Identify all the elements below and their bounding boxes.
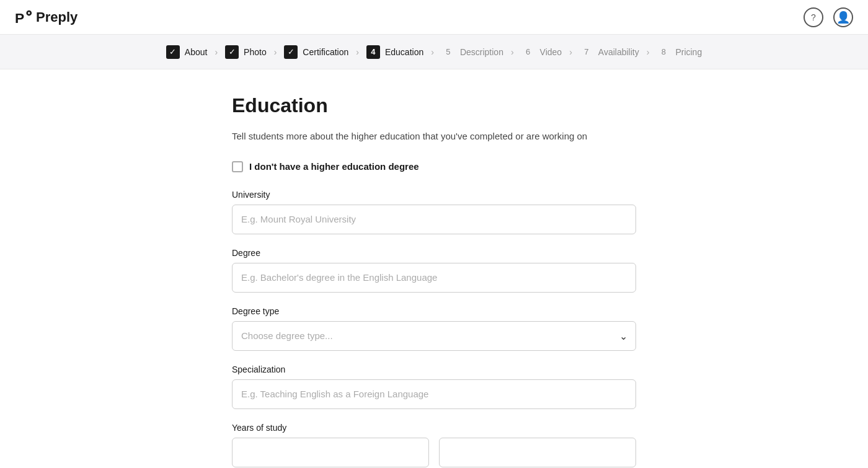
progress-nav: ✓ About › ✓ Photo › ✓ Certification › 4 … [0,35,868,69]
logo[interactable]: P Preply [15,9,78,26]
specialization-label: Specialization [232,364,636,374]
svg-text:P: P [15,9,24,25]
degree-type-group: Degree type Choose degree type... Bachel… [232,306,636,351]
years-end-group [439,438,636,467]
user-account-button[interactable]: 👤 [833,7,853,27]
degree-type-select-wrapper: Choose degree type... Bachelor's Master'… [232,321,636,351]
arrow-4: › [431,47,434,57]
step-label-pricing: Pricing [675,47,702,57]
arrow-2: › [274,47,277,57]
years-of-study-group: Years of study [232,423,636,469]
page-title: Education [232,94,636,117]
years-row [232,438,636,469]
university-input[interactable] [232,205,636,234]
degree-input[interactable] [232,263,636,293]
specialization-input[interactable] [232,379,636,409]
step-education[interactable]: 4 Education [360,45,430,59]
years-start-group [232,438,429,467]
no-degree-row: I don't have a higher education degree [232,161,636,172]
top-header: P Preply ? 👤 [0,0,868,35]
step-label-education: Education [385,47,423,57]
degree-label: Degree [232,248,636,258]
arrow-1: › [215,47,218,57]
step-pricing[interactable]: 8 Pricing [650,45,708,59]
step-num-video: 6 [521,45,535,59]
years-start-input[interactable] [232,438,429,467]
arrow-7: › [647,47,650,57]
no-degree-label: I don't have a higher education degree [249,161,419,172]
university-group: University [232,190,636,234]
arrow-3: › [356,47,359,57]
step-label-video: Video [540,47,562,57]
university-label: University [232,190,636,200]
step-video[interactable]: 6 Video [515,45,569,59]
step-num-education: 4 [366,45,380,59]
step-check-about: ✓ [166,45,180,59]
years-of-study-label: Years of study [232,423,636,433]
step-about[interactable]: ✓ About [160,45,214,59]
step-description[interactable]: 5 Description [435,45,510,59]
step-label-description: Description [460,47,503,57]
step-num-pricing: 8 [657,45,670,59]
step-check-certification: ✓ [284,45,298,59]
step-label-about: About [185,47,208,57]
step-num-description: 5 [441,45,455,59]
step-certification[interactable]: ✓ Certification [278,45,355,59]
page-description: Tell students more about the higher educ… [232,130,636,144]
header-icons: ? 👤 [804,7,853,27]
step-label-availability: Availability [598,47,639,57]
main-content: Education Tell students more about the h… [217,94,651,468]
step-label-certification: Certification [303,47,348,57]
specialization-group: Specialization [232,364,636,409]
step-check-photo: ✓ [225,45,239,59]
years-end-input[interactable] [439,438,636,467]
degree-type-select[interactable]: Choose degree type... Bachelor's Master'… [232,321,636,351]
arrow-6: › [569,47,572,57]
degree-group: Degree [232,248,636,293]
step-photo[interactable]: ✓ Photo [219,45,273,59]
degree-type-label: Degree type [232,306,636,316]
preply-logo-icon: P [15,9,32,26]
step-num-availability: 7 [580,45,593,59]
arrow-5: › [511,47,514,57]
step-label-photo: Photo [244,47,267,57]
svg-point-2 [28,12,30,14]
no-degree-checkbox[interactable] [232,161,243,172]
step-availability[interactable]: 7 Availability [574,45,645,59]
logo-text: Preply [36,9,78,25]
help-button[interactable]: ? [804,7,823,27]
